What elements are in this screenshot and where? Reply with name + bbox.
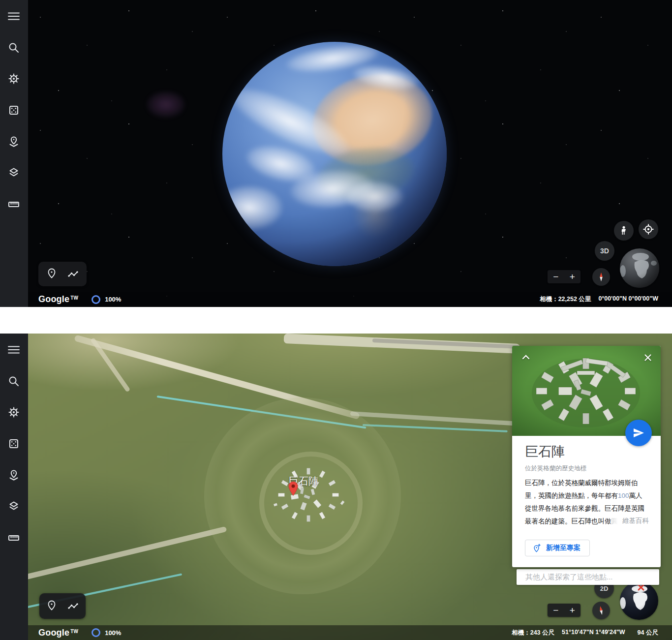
google-logo: GoogleTW (38, 628, 78, 638)
annotation-toolbar (39, 593, 86, 619)
menu-button[interactable] (4, 340, 24, 360)
my-location-icon (642, 223, 655, 236)
sidebar (0, 334, 28, 640)
place-description: 巨石陣，位於英格蘭威爾特郡埃姆斯伯里，英國的旅遊熱點，每年都有100萬人從世界各… (525, 477, 649, 529)
annotation-toolbar (38, 262, 87, 286)
place-info-card: 巨石陣 位於英格蘭的歷史地標 巨石陣，位於英格蘭威爾特郡埃姆斯伯里，英國的旅遊熱… (512, 346, 661, 567)
camera-coordinates: 0°00'00"N 0°00'00"W (598, 295, 658, 304)
camera-altitude: 相機：22,252 公里 (540, 295, 591, 304)
3d-toggle-button[interactable]: 3D (595, 241, 614, 261)
zoom-out-button[interactable]: − (548, 270, 564, 283)
placemarks-button[interactable] (4, 132, 24, 152)
feeling-lucky-icon (8, 104, 20, 116)
wikipedia-source-link[interactable]: 維基百科 (608, 515, 649, 527)
compass-button[interactable] (592, 602, 610, 619)
voyager-button[interactable] (4, 402, 24, 422)
sidebar (0, 0, 28, 307)
pegman-icon (618, 225, 630, 237)
status-bar: GoogleTW 100% 相機：22,252 公里 0°00'00"N 0°0… (28, 292, 672, 307)
explore-suggestions-bar[interactable]: 其他人還探索了這些地點... (517, 569, 659, 585)
close-card-button[interactable] (641, 351, 655, 365)
menu-button[interactable] (4, 6, 24, 26)
placemark-tool-icon[interactable] (46, 600, 58, 612)
fly-to-button[interactable] (625, 420, 652, 446)
menu-icon (7, 11, 20, 22)
google-earth-window-stonehenge: 巨石陣 2D − + (0, 334, 672, 640)
camera-status: 相機：243 公尺 51°10'47"N 1°49'24"W 94 公尺 (512, 629, 658, 637)
menu-icon (7, 344, 20, 355)
my-location-button[interactable] (639, 219, 658, 239)
page-gap (0, 307, 672, 334)
nebula-smudge (146, 91, 185, 118)
feeling-lucky-icon (8, 438, 20, 450)
footpath-southwest (28, 526, 227, 581)
measure-button[interactable] (4, 194, 24, 214)
zoom-in-button[interactable]: + (564, 270, 581, 283)
zoom-in-button[interactable]: + (564, 604, 581, 617)
earth-space-map[interactable]: − + 3D GoogleTW 100% (28, 0, 672, 307)
measure-icon (7, 532, 20, 544)
highlight-number: 100 (618, 492, 629, 499)
stone-circle (268, 457, 349, 535)
add-location-icon (532, 544, 541, 553)
terrain-elevation: 94 公尺 (638, 629, 658, 637)
google-earth-window-space: − + 3D GoogleTW 100% (0, 0, 672, 307)
path-tool-icon[interactable] (67, 601, 79, 611)
feeling-lucky-button[interactable] (4, 100, 24, 120)
zoom-out-button[interactable]: − (548, 604, 564, 617)
placemark-tool-icon[interactable] (46, 268, 58, 280)
close-icon (642, 352, 653, 363)
earth-terminator-shadow (222, 42, 447, 266)
search-button[interactable] (4, 371, 24, 391)
placemarks-icon (8, 136, 20, 148)
placemarks-icon (8, 469, 20, 481)
google-logo: GoogleTW (38, 294, 78, 305)
measure-icon (7, 198, 20, 210)
camera-coordinates: 51°10'47"N 1°49'24"W (562, 629, 625, 637)
pegman-button[interactable] (614, 221, 634, 241)
route-line-east (363, 424, 508, 432)
voyager-icon (8, 406, 20, 418)
send-icon (633, 427, 644, 439)
add-to-project-button[interactable]: 新增至專案 (525, 540, 590, 556)
map-style-icon (8, 167, 20, 179)
overview-globe-icon (620, 581, 658, 620)
current-location-cross (639, 585, 643, 590)
map-style-button[interactable] (4, 163, 24, 183)
imagery-progress-value: 100% (105, 629, 121, 637)
status-bar: GoogleTW 100% 相機：243 公尺 51°10'47"N 1°49'… (28, 625, 672, 640)
imagery-progress-ring (92, 295, 100, 304)
voyager-button[interactable] (4, 69, 24, 89)
compass-icon (596, 271, 607, 283)
collapse-card-button[interactable] (519, 351, 533, 365)
stonehenge-aerial-map[interactable]: 巨石陣 2D − + (28, 334, 672, 640)
imagery-progress-value: 100% (105, 296, 121, 303)
camera-status: 相機：22,252 公里 0°00'00"N 0°00'00"W (540, 295, 658, 304)
overview-globe-icon (620, 248, 659, 288)
zoom-control: − + (548, 270, 580, 283)
compass-icon (595, 604, 608, 617)
overview-globe-button[interactable] (620, 581, 658, 620)
map-pin-icon[interactable] (288, 481, 299, 497)
measure-button[interactable] (4, 528, 24, 548)
path-tool-icon[interactable] (67, 269, 79, 279)
place-subtitle: 位於英格蘭的歷史地標 (525, 464, 586, 473)
compass-button[interactable] (592, 268, 610, 286)
map-style-button[interactable] (4, 496, 24, 516)
imagery-progress-ring (92, 628, 100, 637)
search-icon (8, 42, 20, 54)
overview-globe-button[interactable] (620, 248, 659, 288)
search-icon (8, 375, 20, 387)
camera-altitude: 相機：243 公尺 (512, 629, 554, 637)
earth-globe (222, 42, 447, 266)
voyager-icon (8, 73, 20, 85)
placemarks-button[interactable] (4, 465, 24, 485)
map-style-icon (8, 500, 20, 512)
zoom-control: − + (548, 604, 580, 617)
chevron-up-icon (520, 352, 532, 364)
place-title: 巨石陣 (525, 443, 565, 460)
search-button[interactable] (4, 38, 24, 58)
feeling-lucky-button[interactable] (4, 434, 24, 454)
